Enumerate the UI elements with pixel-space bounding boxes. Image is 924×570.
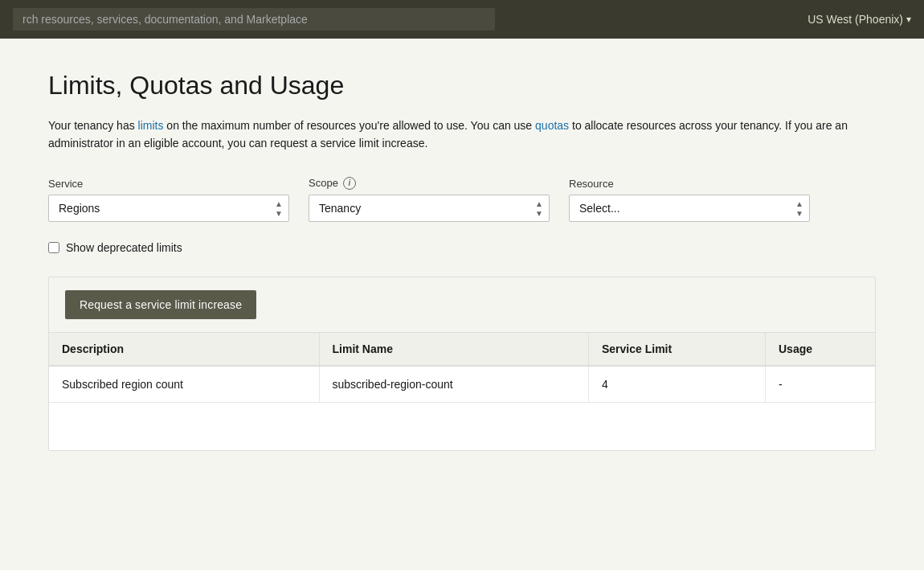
page-title: Limits, Quotas and Usage bbox=[48, 71, 876, 100]
col-description: Description bbox=[49, 333, 319, 366]
table-header: Description Limit Name Service Limit Usa… bbox=[49, 333, 875, 366]
col-usage: Usage bbox=[766, 333, 876, 366]
cell-service-limit: 4 bbox=[588, 366, 765, 403]
col-service-limit: Service Limit bbox=[588, 333, 765, 366]
description-text-1: Your tenancy has bbox=[48, 119, 138, 132]
scope-select[interactable]: Tenancy bbox=[309, 195, 550, 222]
col-limit-name: Limit Name bbox=[319, 333, 588, 366]
scope-select-wrapper[interactable]: Tenancy ▲ ▼ bbox=[309, 195, 550, 222]
resource-select-wrapper[interactable]: Select... ▲ ▼ bbox=[569, 195, 810, 222]
quotas-link[interactable]: quotas bbox=[535, 119, 569, 132]
region-selector[interactable]: US West (Phoenix) ▾ bbox=[807, 13, 911, 26]
description-text-2: on the maximum number of resources you'r… bbox=[166, 119, 535, 132]
scope-filter-label: Scope i bbox=[309, 177, 550, 190]
filter-row: Service Regions ▲ ▼ Scope i Tenancy bbox=[48, 177, 876, 222]
service-select[interactable]: Regions bbox=[48, 195, 289, 222]
scope-filter-group: Scope i Tenancy ▲ ▼ bbox=[309, 177, 550, 222]
resource-filter-group: Resource Select... ▲ ▼ bbox=[569, 178, 810, 222]
region-label: US West (Phoenix) bbox=[807, 13, 903, 26]
cell-limit-name: subscribed-region-count bbox=[319, 366, 588, 403]
cell-description: Subscribed region count bbox=[49, 366, 319, 403]
search-container[interactable] bbox=[13, 8, 495, 31]
show-deprecated-label[interactable]: Show deprecated limits bbox=[66, 241, 182, 254]
table-container: Request a service limit increase Descrip… bbox=[48, 277, 876, 452]
resource-filter-label: Resource bbox=[569, 178, 810, 190]
limits-link[interactable]: limits bbox=[138, 119, 164, 132]
deprecated-limits-row: Show deprecated limits bbox=[48, 241, 876, 254]
table-toolbar: Request a service limit increase bbox=[49, 277, 875, 333]
service-select-wrapper[interactable]: Regions ▲ ▼ bbox=[48, 195, 289, 222]
page-description: Your tenancy has limits on the maximum n… bbox=[48, 117, 876, 153]
topbar: US West (Phoenix) ▾ bbox=[0, 0, 924, 39]
limits-table: Description Limit Name Service Limit Usa… bbox=[49, 333, 875, 451]
table-row: Subscribed region count subscribed-regio… bbox=[49, 366, 875, 403]
chevron-down-icon: ▾ bbox=[906, 14, 911, 25]
service-filter-label: Service bbox=[48, 178, 289, 190]
service-filter-group: Service Regions ▲ ▼ bbox=[48, 178, 289, 222]
main-content: Limits, Quotas and Usage Your tenancy ha… bbox=[0, 39, 924, 570]
table-body: Subscribed region count subscribed-regio… bbox=[49, 366, 875, 451]
resource-select[interactable]: Select... bbox=[569, 195, 810, 222]
table-spacer-cell bbox=[49, 402, 875, 450]
table-header-row: Description Limit Name Service Limit Usa… bbox=[49, 333, 875, 366]
show-deprecated-checkbox[interactable] bbox=[48, 242, 59, 253]
search-input[interactable] bbox=[13, 8, 495, 31]
cell-usage: - bbox=[766, 366, 876, 403]
request-limit-increase-button[interactable]: Request a service limit increase bbox=[65, 290, 256, 319]
table-spacer-row bbox=[49, 402, 875, 450]
scope-info-icon[interactable]: i bbox=[343, 177, 356, 190]
